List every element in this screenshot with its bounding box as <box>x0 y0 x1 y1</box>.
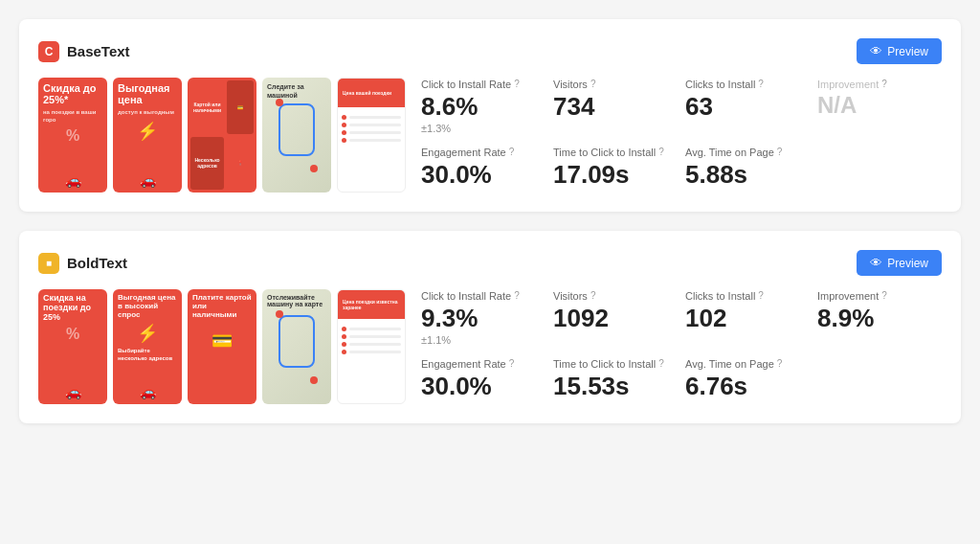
metric-cti-rate-delta-bold: ±1.1% <box>421 334 546 346</box>
metric-visitors-val-base: 734 <box>553 93 678 121</box>
metrics-bold: Click to Install Rate ? 9.3% ±1.1% Visit… <box>421 289 942 400</box>
metric-cti-label-base: Clicks to Install ? <box>685 78 810 91</box>
metric-atop-val-bold: 6.76s <box>685 373 810 400</box>
eye-icon-bold: 👁 <box>870 256 882 270</box>
metric-eng-rate-q-base: ? <box>509 146 515 158</box>
map-marker-b-bold <box>310 376 318 384</box>
metric-cti-rate-bold: Click to Install Rate ? 9.3% ±1.1% <box>421 289 546 346</box>
metric-atop-val-base: 5.88s <box>685 161 810 189</box>
metric-cti-rate-base: Click to Install Rate ? 8.6% ±1.3% <box>421 78 546 134</box>
variant-card-bold: ■ BoldText 👁 Preview Скидка на поездки д… <box>19 231 961 423</box>
phone-list-row-1 <box>342 115 401 120</box>
phone-top-bar-bold: Цена поездки известна заранее <box>338 290 405 319</box>
screenshot-base-3: Картой или наличными 💳 Несколько адресов… <box>188 78 256 193</box>
metric-improvement-val-bold: 8.9% <box>817 305 942 332</box>
metric-cti-base: Clicks to Install ? 63 <box>685 78 810 134</box>
preview-button-bold[interactable]: 👁 Preview <box>857 250 942 276</box>
phone-list-row-bold-1 <box>342 327 401 331</box>
map-route-base <box>278 103 314 156</box>
ss-text-base-1: Скидка до 25%* <box>43 82 102 105</box>
variant-header-bold: ■ BoldText 👁 Preview <box>38 250 942 276</box>
metric-ttcti-label-bold: Time to Click to Install ? <box>553 357 678 371</box>
variant-title-group-bold: ■ BoldText <box>38 253 127 274</box>
ss-text-bold-3: Платите картой или наличными <box>192 294 252 319</box>
screenshot-base-5: Цена вашей поездки <box>337 78 406 193</box>
metric-ttcti-label-base: Time to Click to Install ? <box>553 146 678 159</box>
screenshot-base-2: Выгодная цена доступ к выгодным ⚡ 🚗 <box>113 78 182 193</box>
screenshots-bold: Скидка на поездки до 25% % 🚗 Выгодная це… <box>38 289 406 404</box>
phone-list-row-3 <box>342 130 401 135</box>
variant-card-base: C BaseText 👁 Preview Скидка до 25%* на п… <box>19 19 961 212</box>
metric-eng-rate-base: Engagement Rate ? 30.0% <box>421 146 546 189</box>
screenshot-bold-2: Выгодная цена в высокий спрос ⚡ Выбирайт… <box>113 289 182 404</box>
phone-list-row-bold-4 <box>342 350 401 354</box>
page-container: C BaseText 👁 Preview Скидка до 25%* на п… <box>0 0 980 462</box>
metric-cti-q-bold: ? <box>758 289 764 302</box>
metric-atop-base: Avg. Time on Page ? 5.88s <box>685 146 810 189</box>
ss-percent-base-1: % <box>43 128 102 144</box>
ss-car-bold-2: 🚗 <box>118 384 177 399</box>
variant-body-base: Скидка до 25%* на поездки в ваши горо % … <box>38 78 942 193</box>
metric-ttcti-q-base: ? <box>658 146 664 158</box>
map-route-bold <box>278 315 314 368</box>
metric-ttcti-base: Time to Click to Install ? 17.09s <box>553 146 678 189</box>
metric-atop-q-base: ? <box>777 146 783 158</box>
metric-atop-label-bold: Avg. Time on Page ? <box>685 357 810 371</box>
metric-visitors-bold: Visitors ? 1092 <box>553 289 678 346</box>
ss-text-base-2: Выгодная цена <box>118 82 177 105</box>
ss-subcell-base-2: 💳 <box>227 80 254 134</box>
preview-button-base[interactable]: 👁 Preview <box>857 38 942 64</box>
phone-list-rows-base <box>338 111 405 149</box>
metric-eng-rate-val-base: 30.0% <box>421 161 546 189</box>
variant-title-base: BaseText <box>67 43 130 59</box>
screenshot-base-4: Следите за машиной <box>262 78 331 193</box>
metric-atop-q-bold: ? <box>777 357 783 370</box>
metric-visitors-val-bold: 1092 <box>553 305 678 332</box>
variant-title-group-base: C BaseText <box>38 41 130 62</box>
metric-improvement-q-bold: ? <box>881 289 887 302</box>
phone-top-bar-base: Цена вашей поездки <box>338 79 405 107</box>
metric-eng-rate-q-bold: ? <box>509 357 515 370</box>
metric-cti-rate-q-bold: ? <box>514 289 520 302</box>
map-marker-a-base <box>276 99 283 106</box>
metric-eng-rate-label-bold: Engagement Rate ? <box>421 357 546 371</box>
map-marker-b-base <box>310 165 318 172</box>
ss-subcell-base-1: Картой или наличными <box>190 80 224 134</box>
metric-visitors-q-bold: ? <box>590 289 596 302</box>
ss-bolt-base-2: ⚡ <box>118 121 177 142</box>
variant-body-bold: Скидка на поездки до 25% % 🚗 Выгодная це… <box>38 289 942 404</box>
metric-eng-rate-label-base: Engagement Rate ? <box>421 146 546 159</box>
ss-bolt-bold-2: ⚡ <box>118 323 177 344</box>
metric-empty-base <box>817 146 942 189</box>
eye-icon-base: 👁 <box>870 44 882 58</box>
metric-cti-q-base: ? <box>758 78 764 90</box>
ss-text-bold-2a: Выгодная цена в высокий спрос <box>118 294 177 319</box>
metric-empty-bold <box>817 357 942 400</box>
screenshot-base-1: Скидка до 25%* на поездки в ваши горо % … <box>38 78 107 193</box>
ss-car-base-2: 🚗 <box>118 172 177 188</box>
metric-eng-rate-val-bold: 30.0% <box>421 373 546 400</box>
metric-ttcti-bold: Time to Click to Install ? 15.53s <box>553 357 678 400</box>
metric-cti-rate-delta-base: ±1.3% <box>421 123 546 134</box>
ss-car-bold-1: 🚗 <box>43 384 102 399</box>
metric-cti-bold: Clicks to Install ? 102 <box>685 289 810 346</box>
metric-improvement-label-bold: Improvement ? <box>817 289 942 303</box>
metric-cti-rate-val-bold: 9.3% <box>421 305 546 332</box>
phone-list-row-bold-3 <box>342 342 401 347</box>
metric-cti-rate-label-bold: Click to Install Rate ? <box>421 289 546 303</box>
screenshot-bold-3: Платите картой или наличными 💳 <box>188 289 256 404</box>
variant-icon-base: C <box>38 41 59 62</box>
metric-visitors-q-base: ? <box>590 78 596 90</box>
metric-improvement-val-base: N/A <box>817 93 942 118</box>
ss-car-base-1: 🚗 <box>43 172 102 188</box>
phone-list-row-bold-2 <box>342 334 401 339</box>
metric-improvement-q-base: ? <box>881 78 887 90</box>
ss-subcell-base-4: 📍 <box>227 137 254 191</box>
metric-cti-rate-val-base: 8.6% <box>421 93 546 121</box>
metric-visitors-label-base: Visitors ? <box>553 78 678 91</box>
variant-header-base: C BaseText 👁 Preview <box>38 38 942 64</box>
ss-subcell-base-3: Несколько адресов <box>190 137 224 191</box>
ss-text-bold-1: Скидка на поездки до 25% <box>43 294 102 323</box>
metric-cti-rate-q-base: ? <box>514 78 520 90</box>
ss-sub-grid-base: Картой или наличными 💳 Несколько адресов… <box>190 80 254 190</box>
